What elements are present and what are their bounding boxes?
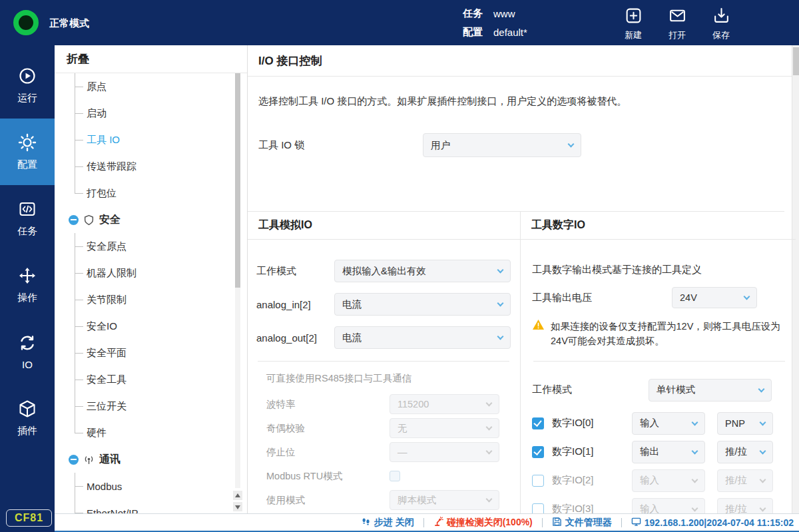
sidebar-item-label: 任务 bbox=[17, 225, 37, 238]
sidebar-item-label: 配置 bbox=[17, 158, 37, 171]
collision-detection-status[interactable]: 碰撞检测关闭(100%) bbox=[433, 517, 533, 529]
antenna-icon bbox=[83, 454, 95, 465]
tree-item-safety-tools[interactable]: 安全工具 bbox=[55, 366, 247, 393]
chevron-down-icon bbox=[497, 267, 504, 274]
status-divider bbox=[621, 518, 622, 527]
tree-collapse-header[interactable]: 折叠 bbox=[55, 45, 247, 73]
status-divider bbox=[423, 518, 424, 527]
tree-item-origin[interactable]: 原点 bbox=[55, 73, 247, 100]
work-mode-select[interactable]: 模拟输入&输出有效 bbox=[334, 260, 511, 282]
chevron-down-icon bbox=[760, 447, 766, 454]
main-body: 选择控制工具 I/O 接口的方式。如果扩展插件控制接口，用户定义的选项将被替代。… bbox=[248, 77, 792, 513]
sidebar-item-label: IO bbox=[22, 359, 33, 370]
tool-io-lock-select[interactable]: 用户 bbox=[423, 133, 581, 157]
chevron-down-icon bbox=[760, 476, 766, 483]
chevron-down-icon bbox=[692, 419, 698, 425]
sidebar-item-task[interactable]: 任务 bbox=[0, 185, 55, 252]
chevron-down-icon bbox=[568, 141, 575, 148]
modbus-rtu-checkbox bbox=[390, 471, 400, 481]
status-ring-icon bbox=[13, 10, 39, 35]
digital-panel-title: 工具数字IO bbox=[521, 212, 796, 240]
open-button[interactable]: 打开 bbox=[655, 4, 699, 43]
sidebar-item-label: 运行 bbox=[17, 92, 37, 105]
digital-io-1-direction-select[interactable]: 输出 bbox=[632, 441, 705, 463]
scroll-up-icon[interactable] bbox=[233, 491, 242, 500]
tree-item-tool-io[interactable]: 工具 IO bbox=[55, 127, 247, 153]
use-mode-label: 使用模式 bbox=[266, 494, 390, 507]
warning-icon bbox=[532, 319, 545, 349]
save-button[interactable]: 保存 bbox=[699, 4, 743, 43]
collision-robot-icon bbox=[433, 517, 443, 529]
config-value[interactable]: default* bbox=[493, 27, 527, 38]
io-control-description: 选择控制工具 I/O 接口的方式。如果扩展插件控制接口，用户定义的选项将被替代。 bbox=[258, 95, 792, 108]
digital-io-1-type-select[interactable]: 推/拉 bbox=[717, 441, 773, 463]
tree-item-robot-limits[interactable]: 机器人限制 bbox=[55, 260, 247, 286]
parity-row: 奇偶校验 无 bbox=[266, 418, 511, 438]
digital-io-rows: 数字IO[0] 输入 PNP bbox=[532, 412, 786, 521]
work-mode-row: 工作模式 模拟输入&输出有效 bbox=[256, 260, 511, 282]
tree-group-communication[interactable]: 通讯 bbox=[55, 446, 247, 473]
baud-rate-label: 波特率 bbox=[266, 398, 390, 411]
sidebar-item-plugin[interactable]: 插件 bbox=[0, 385, 55, 451]
tree-scrollbar-thumb[interactable] bbox=[235, 73, 240, 288]
chevron-down-icon bbox=[744, 294, 750, 300]
file-manager-button[interactable]: 文件管理器 bbox=[552, 517, 612, 529]
digital-work-mode-select[interactable]: 单针模式 bbox=[649, 379, 772, 401]
analog-out-label: analog_out[2] bbox=[256, 332, 334, 344]
task-value[interactable]: www bbox=[493, 8, 515, 19]
new-button[interactable]: 新建 bbox=[611, 4, 655, 43]
monitor-icon bbox=[631, 517, 641, 529]
digital-io-0-type-select[interactable]: PNP bbox=[717, 412, 773, 435]
digital-io-0-direction-select[interactable]: 输入 bbox=[632, 412, 705, 435]
sidebar: 运行 配置 任务 bbox=[0, 45, 55, 532]
tree-group-safety[interactable]: 安全 bbox=[55, 206, 247, 233]
tree-item-pack-position[interactable]: 打包位 bbox=[55, 180, 247, 206]
status-divider bbox=[542, 518, 543, 527]
digital-work-mode-row: 工作模式 单针模式 bbox=[532, 379, 786, 401]
parity-select: 无 bbox=[390, 418, 499, 438]
robot-id-badge[interactable]: CF81 bbox=[6, 509, 52, 527]
digital-io-1-checkbox[interactable] bbox=[532, 446, 544, 458]
network-status[interactable]: 192.168.1.200|2024-07-04 11:15:02 bbox=[631, 517, 794, 529]
run-icon bbox=[18, 67, 37, 87]
sidebar-item-operate[interactable]: 操作 bbox=[0, 252, 55, 318]
sidebar-item-label: 插件 bbox=[17, 425, 37, 437]
voltage-warning: 如果连接的设备仅支持配置为12V，则将工具电压设为24V可能会对其造成损坏。 bbox=[532, 319, 786, 349]
tree-item-safety-planes[interactable]: 安全平面 bbox=[55, 340, 247, 366]
tree-item-ethernet-ip[interactable]: EtherNet/IP bbox=[55, 499, 247, 513]
tree-item-safety-home[interactable]: 安全原点 bbox=[55, 233, 247, 260]
digital-io-0-checkbox[interactable] bbox=[532, 417, 544, 429]
sidebar-item-io[interactable]: IO bbox=[0, 318, 55, 385]
scroll-down-icon[interactable] bbox=[233, 502, 242, 511]
chevron-down-icon bbox=[760, 419, 766, 425]
tree-item-safety-io[interactable]: 安全IO bbox=[55, 313, 247, 340]
chevron-down-icon bbox=[692, 476, 698, 483]
tree-scrollbar[interactable] bbox=[235, 73, 240, 488]
tool-voltage-label: 工具输出电压 bbox=[532, 292, 672, 304]
digital-io-2-checkbox[interactable] bbox=[532, 475, 544, 487]
sidebar-item-run[interactable]: 运行 bbox=[0, 52, 55, 119]
chevron-down-icon bbox=[760, 505, 766, 511]
voltage-warning-text: 如果连接的设备仅支持配置为12V，则将工具电压设为24V可能会对其造成损坏。 bbox=[551, 319, 786, 349]
main-scrollbar-thumb[interactable] bbox=[793, 47, 799, 75]
tool-io-lock-label: 工具 IO 锁 bbox=[258, 139, 423, 152]
analog-out-select[interactable]: 电流 bbox=[334, 326, 511, 349]
tree-item-three-position-switch[interactable]: 三位开关 bbox=[55, 393, 247, 419]
code-icon bbox=[18, 200, 37, 220]
collapse-minus-icon[interactable] bbox=[69, 215, 79, 225]
tree-item-hardware[interactable]: 硬件 bbox=[55, 419, 247, 446]
digital-output-note: 工具数字输出模式基于连接的工具定义 bbox=[532, 264, 786, 276]
tree-item-conveyor-tracking[interactable]: 传送带跟踪 bbox=[55, 153, 247, 180]
tree-item-modbus[interactable]: Modbus bbox=[55, 473, 247, 499]
tool-io-lock-row: 工具 IO 锁 用户 bbox=[258, 133, 792, 157]
modbus-rtu-row: Modbus RTU模式 bbox=[266, 466, 511, 486]
tree-item-joint-limits[interactable]: 关节限制 bbox=[55, 286, 247, 313]
collapse-minus-icon[interactable] bbox=[69, 455, 79, 465]
main-content: I/O 接口控制 选择控制工具 I/O 接口的方式。如果扩展插件控制接口，用户定… bbox=[248, 45, 799, 513]
sidebar-item-config[interactable]: 配置 bbox=[0, 119, 55, 185]
chevron-down-icon bbox=[692, 505, 698, 511]
analog-in-select[interactable]: 电流 bbox=[334, 293, 511, 316]
step-mode-status[interactable]: 步进 关闭 bbox=[361, 517, 414, 529]
tool-voltage-select[interactable]: 24V bbox=[672, 287, 757, 308]
tree-item-startup[interactable]: 启动 bbox=[55, 100, 247, 127]
